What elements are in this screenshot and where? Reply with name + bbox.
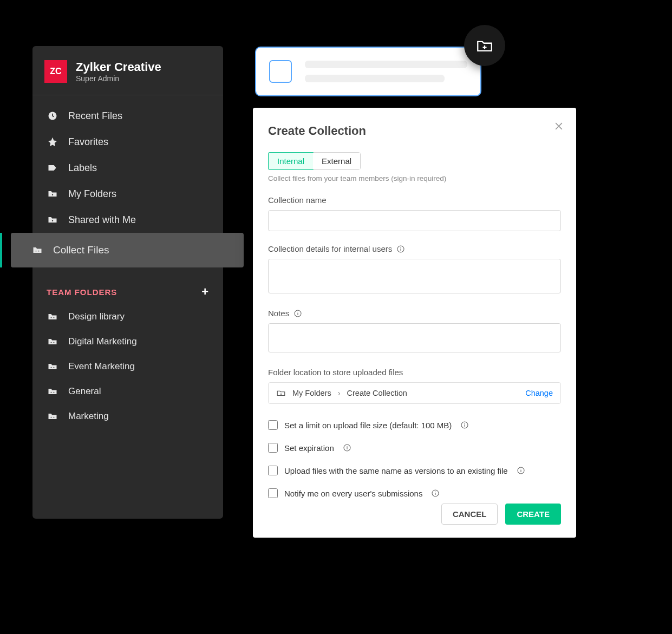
team-folder-general[interactable]: General — [32, 379, 223, 404]
folder-icon — [47, 410, 58, 422]
sidebar-header: ZC Zylker Creative Super Admin — [32, 46, 223, 95]
star-icon — [47, 136, 58, 148]
team-folder-design-library[interactable]: Design library — [32, 304, 223, 329]
folder-icon — [47, 311, 58, 323]
notes-label-text: Notes — [268, 309, 289, 318]
info-icon[interactable] — [460, 421, 469, 429]
sidebar-item-recent-files[interactable]: Recent Files — [32, 103, 223, 129]
org-role: Super Admin — [76, 74, 161, 83]
create-button[interactable]: CREATE — [505, 504, 561, 525]
field-notes: Notes — [268, 309, 561, 355]
team-folder-event-marketing[interactable]: Event Marketing — [32, 354, 223, 379]
sidebar-item-favorites[interactable]: Favorites — [32, 129, 223, 155]
svg-point-8 — [51, 317, 52, 318]
chevron-right-icon: › — [338, 389, 341, 397]
notify-checkbox[interactable] — [268, 488, 278, 498]
collection-name-input[interactable] — [268, 210, 561, 231]
svg-point-7 — [38, 251, 40, 252]
sidebar-item-labels[interactable]: Labels — [32, 155, 223, 181]
option-expiration[interactable]: Set expiration — [268, 436, 561, 459]
sidebar-item-my-folders[interactable]: My Folders — [32, 181, 223, 207]
preview-thumbnail — [269, 60, 292, 83]
collect-folder-icon — [31, 244, 43, 256]
sidebar-item-label: Collect Files — [53, 244, 109, 256]
team-folders-section-header: TEAM FOLDERS + — [32, 271, 223, 304]
collection-type-tabs: Internal External — [268, 152, 361, 170]
sidebar-item-label: My Folders — [68, 188, 116, 200]
notes-label: Notes — [268, 309, 561, 318]
new-folder-fab[interactable] — [464, 25, 505, 66]
sidebar-item-shared-with-me[interactable]: Shared with Me — [32, 207, 223, 233]
svg-rect-23 — [298, 313, 298, 315]
team-folder-digital-marketing[interactable]: Digital Marketing — [32, 329, 223, 354]
collection-details-label: Collection details for internal users — [268, 244, 561, 253]
folder-location-path: My Folders › Create Collection Change — [268, 382, 561, 404]
versions-checkbox[interactable] — [268, 466, 278, 475]
tab-internal[interactable]: Internal — [268, 152, 314, 170]
sidebar-item-label: Favorites — [68, 136, 108, 148]
team-folder-marketing[interactable]: Marketing — [32, 404, 223, 429]
option-upload-limit[interactable]: Set a limit on upload file size (default… — [268, 414, 561, 436]
svg-rect-32 — [520, 470, 521, 472]
upload-limit-checkbox[interactable] — [268, 420, 278, 430]
svg-point-15 — [54, 392, 55, 393]
sidebar-nav: Recent Files Favorites Labels My Folders… — [32, 95, 223, 271]
info-icon[interactable] — [431, 489, 440, 498]
folder-outline-icon — [276, 388, 286, 398]
svg-point-31 — [520, 469, 521, 469]
change-folder-link[interactable]: Change — [525, 389, 553, 397]
svg-point-19 — [401, 247, 401, 247]
upload-limit-label: Set a limit on upload file size (default… — [284, 421, 452, 430]
svg-point-34 — [435, 492, 436, 492]
notes-input[interactable] — [268, 323, 561, 352]
svg-point-14 — [51, 392, 52, 393]
svg-point-12 — [51, 367, 52, 368]
tab-external[interactable]: External — [313, 153, 360, 169]
folder-location-label: Folder location to store uploaded files — [268, 368, 561, 377]
sidebar: ZC Zylker Creative Super Admin Recent Fi… — [32, 46, 223, 519]
field-collection-details: Collection details for internal users — [268, 244, 561, 296]
svg-point-10 — [51, 342, 52, 343]
svg-point-16 — [51, 417, 52, 418]
folder-icon — [47, 361, 58, 372]
svg-point-17 — [54, 417, 55, 418]
org-avatar: ZC — [44, 60, 67, 83]
folder-plus-icon — [475, 36, 494, 55]
modal-actions: CANCEL CREATE — [441, 504, 561, 525]
cancel-button[interactable]: CANCEL — [441, 504, 498, 525]
clock-icon — [47, 110, 58, 122]
info-icon[interactable] — [396, 245, 405, 253]
preview-placeholder-lines — [305, 61, 467, 82]
info-icon[interactable] — [293, 309, 302, 318]
options-list: Set a limit on upload file size (default… — [268, 414, 561, 505]
placeholder-line — [305, 75, 445, 82]
field-folder-location: Folder location to store uploaded files … — [268, 368, 561, 404]
svg-point-5 — [52, 220, 53, 221]
collection-details-label-text: Collection details for internal users — [268, 244, 392, 253]
folder-icon — [47, 188, 58, 200]
info-icon[interactable] — [517, 466, 525, 475]
svg-rect-26 — [465, 424, 465, 427]
expiration-checkbox[interactable] — [268, 443, 278, 453]
svg-point-9 — [54, 317, 55, 318]
info-icon[interactable] — [343, 443, 351, 452]
versions-label: Upload files with the same name as versi… — [284, 466, 508, 475]
option-notify[interactable]: Notify me on every user's submissions — [268, 482, 561, 505]
collection-details-input[interactable] — [268, 259, 561, 293]
more-options-icon[interactable] — [207, 68, 211, 75]
team-folder-label: Design library — [68, 311, 125, 322]
team-folder-label: Marketing — [68, 411, 109, 422]
close-icon[interactable] — [553, 121, 564, 132]
sidebar-item-label: Shared with Me — [68, 214, 136, 226]
svg-point-13 — [54, 367, 55, 368]
placeholder-line — [305, 61, 467, 68]
path-current: Create Collection — [347, 389, 407, 397]
team-folder-label: Event Marketing — [68, 361, 135, 372]
path-root: My Folders — [292, 389, 331, 397]
add-team-folder-icon[interactable]: + — [201, 285, 209, 299]
sidebar-item-collect-files[interactable]: Collect Files — [11, 233, 244, 267]
team-folders-label: TEAM FOLDERS — [47, 287, 117, 297]
folder-icon — [47, 385, 58, 397]
team-folder-label: Digital Marketing — [68, 336, 137, 347]
option-versions[interactable]: Upload files with the same name as versi… — [268, 459, 561, 482]
